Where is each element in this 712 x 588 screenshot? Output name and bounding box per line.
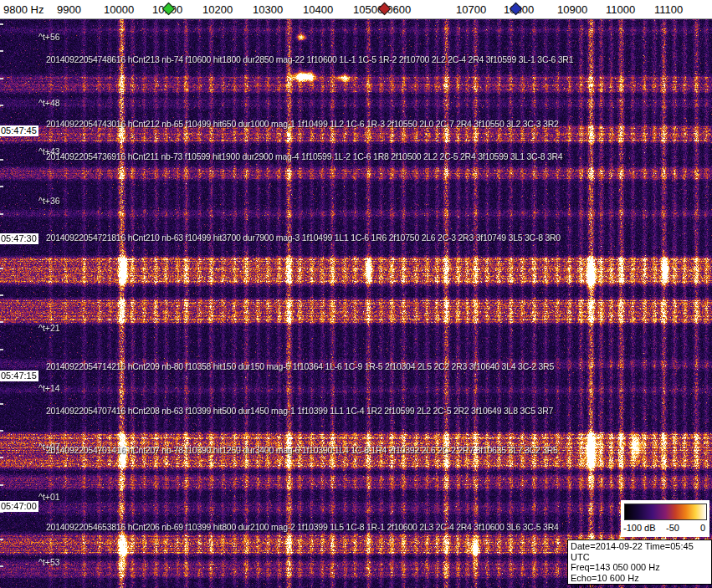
second-mark: ^t+48 (38, 98, 60, 108)
freq-tick-label: 9900 (57, 3, 81, 16)
event-line: 20140922054714216 hCnt209 nb-80 f10358 h… (46, 361, 554, 371)
event-line: 20140922054743016 hCnt212 nb-65 f10499 h… (46, 119, 559, 129)
event-line: 20140922054701416 hCnt207 nb-78 f10390 h… (46, 445, 558, 455)
info-station-line: HPHK (571, 583, 711, 588)
time-label: 05:47:15 (0, 371, 38, 381)
event-line: 20140922054721816 hCnt210 nb-63 f10499 h… (46, 233, 561, 243)
colorbar-panel: -100 dB -50 0 (621, 500, 709, 537)
event-line: 20140922054736916 hCnt211 nb-73 f10599 h… (46, 151, 562, 161)
second-mark: ^t+21 (38, 323, 60, 333)
second-mark: ^t+56 (38, 32, 60, 42)
freq-tick-label: 10200 (202, 3, 233, 16)
info-date-line: Date=2014-09-22 Time=05:45 UTC (571, 541, 711, 562)
info-freq-line: Freq=143 050 000 Hz (571, 562, 711, 573)
colorbar-labels: -100 dB -50 0 (622, 523, 707, 534)
second-mark: ^t+53 (38, 557, 60, 567)
event-line: 20140922054748616 hCnt213 nb-74 f10600 h… (46, 54, 573, 64)
colorbar-gradient (624, 504, 707, 520)
freq-tick-label: 10700 (456, 3, 486, 16)
time-label: 05:47:30 (0, 233, 38, 244)
time-label: 05:47:45 (0, 125, 38, 136)
freq-tick-label: 11100 (654, 3, 683, 16)
freq-tick-label: 10300 (253, 3, 283, 16)
spectrogram-app: 9800 Hz 9900 10000 10100 10200 10300 104… (0, 0, 712, 588)
second-mark: ^t+14 (38, 383, 60, 393)
freq-tick-label: 10000 (104, 3, 134, 16)
second-mark: ^t+36 (38, 196, 60, 206)
freq-tick-label: 9800 Hz (3, 3, 44, 16)
info-echo-line: Echo=10 600 Hz (571, 573, 711, 584)
freq-tick-label: 10900 (557, 3, 587, 16)
colorbar-max-label: 0 (700, 523, 705, 533)
time-label: 05:47:00 (0, 501, 38, 512)
event-line: 20140922054653816 hCnt206 nb-69 f10399 h… (46, 522, 559, 532)
freq-tick-label: 10400 (303, 3, 333, 16)
colorbar-mid-label: -50 (666, 523, 679, 533)
event-line: 20140922054707416 hCnt208 nb-63 f10399 h… (46, 406, 553, 416)
second-mark: ^t+01 (38, 492, 60, 502)
spectrogram-canvas[interactable] (0, 18, 712, 588)
freq-tick-label: 11000 (606, 3, 635, 16)
colorbar-min-label: -100 dB (623, 523, 656, 533)
info-panel: Date=2014-09-22 Time=05:45 UTC Freq=143 … (567, 539, 712, 585)
frequency-axis: 9800 Hz 9900 10000 10100 10200 10300 104… (0, 0, 712, 19)
